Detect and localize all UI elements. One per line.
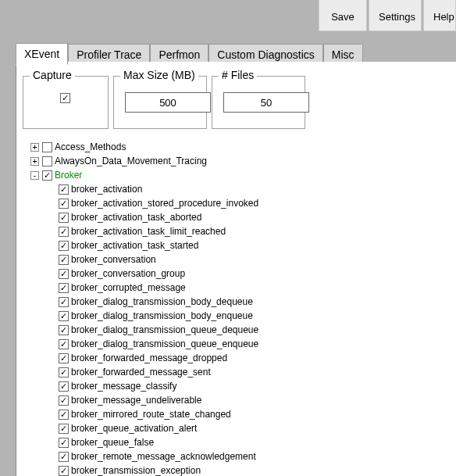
tree-label: broker_message_classify	[71, 381, 176, 392]
tree-label: AlwaysOn_Data_Movement_Tracing	[55, 156, 207, 166]
tree-node-broker[interactable]: - Broker	[27, 168, 450, 182]
files-group: # Files	[212, 76, 305, 129]
tree-node-child[interactable]: broker_dialog_transmission_queue_dequeue	[27, 323, 450, 337]
tree-label: broker_dialog_transmission_queue_dequeue	[71, 324, 258, 335]
tree-checkbox[interactable]	[59, 339, 69, 349]
tree-node-child[interactable]: broker_corrupted_message	[27, 281, 450, 295]
tree-label: broker_queue_false	[71, 437, 154, 448]
tree-checkbox[interactable]	[59, 367, 69, 378]
tree-label: Access_Methods	[55, 141, 126, 152]
tree-checkbox[interactable]	[59, 424, 69, 434]
tree-label: broker_activation_task_limit_reached	[71, 226, 226, 237]
tree-checkbox[interactable]	[59, 381, 69, 392]
tree-checkbox[interactable]	[59, 297, 69, 307]
tree-checkbox[interactable]	[59, 353, 69, 363]
tree-label: broker_conversation	[71, 254, 156, 265]
tree-label: broker_corrupted_message	[71, 282, 186, 293]
tree-label: broker_dialog_transmission_body_dequeue	[71, 296, 253, 307]
max-size-group: Max Size (MB)	[113, 76, 207, 129]
tree-node-child[interactable]: broker_activation_task_limit_reached	[27, 224, 450, 238]
capture-checkbox[interactable]	[60, 93, 70, 103]
files-label: # Files	[219, 69, 257, 81]
tree-label: broker_conversation_group	[71, 268, 185, 279]
tree-node-child[interactable]: broker_conversation	[27, 252, 450, 267]
tree-label: broker_activation_stored_procedure_invok…	[71, 198, 258, 209]
tree-checkbox[interactable]	[59, 311, 69, 321]
tree-checkbox[interactable]	[59, 241, 69, 251]
collapse-icon[interactable]: -	[30, 171, 39, 180]
tree-label: broker_forwarded_message_sent	[71, 367, 211, 378]
tree-checkbox[interactable]	[59, 255, 69, 265]
tree-node-child[interactable]: broker_forwarded_message_dropped	[27, 351, 450, 365]
tree-checkbox[interactable]	[42, 156, 52, 166]
tree-node-child[interactable]: broker_transmission_exception	[27, 463, 450, 476]
tree-label: broker_forwarded_message_dropped	[71, 353, 227, 363]
tree-label: broker_mirrored_route_state_changed	[71, 409, 231, 420]
tree-label: broker_activation_task_aborted	[71, 212, 201, 223]
expand-icon[interactable]: +	[30, 143, 39, 152]
tree-node-child[interactable]: broker_message_undeliverable	[27, 393, 450, 407]
tree-node-child[interactable]: broker_mirrored_route_state_changed	[27, 407, 450, 421]
tree-node-child[interactable]: broker_dialog_transmission_body_enqueue	[27, 309, 450, 323]
tree-node-child[interactable]: broker_activation_task_aborted	[27, 210, 450, 224]
tree-checkbox[interactable]	[59, 269, 69, 279]
tree-label: broker_queue_activation_alert	[71, 423, 197, 434]
tree-checkbox[interactable]	[59, 410, 69, 420]
tree-checkbox[interactable]	[59, 466, 69, 476]
tree-label: broker_message_undeliverable	[71, 395, 201, 406]
max-size-input[interactable]	[125, 92, 211, 113]
tree-node-alwayson[interactable]: + AlwaysOn_Data_Movement_Tracing	[27, 154, 450, 168]
tree-node-child[interactable]: broker_activation_stored_procedure_invok…	[27, 196, 450, 210]
capture-group: Capture	[23, 76, 109, 129]
tree-label: broker_remote_message_acknowledgement	[71, 451, 256, 462]
tree-node-child[interactable]: broker_dialog_transmission_body_dequeue	[27, 295, 450, 309]
tree-checkbox[interactable]	[59, 325, 69, 335]
capture-label: Capture	[30, 69, 75, 81]
tree-node-access-methods[interactable]: + Access_Methods	[27, 140, 450, 154]
tree-node-child[interactable]: broker_remote_message_acknowledgement	[27, 449, 450, 463]
tree-node-child[interactable]: broker_message_classify	[27, 379, 450, 393]
settings-button[interactable]: Settings	[369, 0, 422, 31]
tree-checkbox[interactable]	[59, 395, 69, 406]
tree-label: broker_dialog_transmission_body_enqueue	[71, 310, 253, 321]
tree-checkbox[interactable]	[59, 438, 69, 448]
tree-node-child[interactable]: broker_forwarded_message_sent	[27, 365, 450, 379]
tree-checkbox[interactable]	[59, 199, 69, 209]
tree-label: Broker	[55, 170, 82, 181]
tree-node-child[interactable]: broker_conversation_group	[27, 267, 450, 281]
tree-label: broker_dialog_transmission_queue_enqueue	[71, 338, 258, 349]
save-button[interactable]: Save	[319, 0, 367, 31]
tree-checkbox[interactable]	[42, 170, 52, 181]
tree-node-child[interactable]: broker_queue_activation_alert	[27, 421, 450, 435]
tab-xevent[interactable]: XEvent	[16, 43, 68, 65]
tree-checkbox[interactable]	[59, 227, 69, 237]
tree-node-child[interactable]: broker_activation_task_started	[27, 238, 450, 252]
max-size-label: Max Size (MB)	[120, 69, 198, 81]
xevent-panel: Capture Max Size (MB) # Files + Access_M…	[16, 62, 456, 476]
tree-checkbox[interactable]	[59, 184, 69, 195]
expand-icon[interactable]: +	[30, 157, 39, 166]
tree-checkbox[interactable]	[59, 283, 69, 293]
tree-checkbox[interactable]	[42, 142, 52, 152]
tree-label: broker_activation_task_started	[71, 240, 198, 251]
files-input[interactable]	[223, 92, 309, 113]
tree-label: broker_transmission_exception	[71, 465, 201, 476]
help-button[interactable]: Help	[423, 0, 456, 31]
tree-node-child[interactable]: broker_dialog_transmission_queue_enqueue	[27, 337, 450, 351]
event-tree[interactable]: + Access_Methods + AlwaysOn_Data_Movemen…	[27, 140, 450, 476]
tree-checkbox[interactable]	[59, 452, 69, 462]
tree-node-child[interactable]: broker_queue_false	[27, 435, 450, 449]
tree-node-child[interactable]: broker_activation	[27, 182, 450, 196]
tree-checkbox[interactable]	[59, 213, 69, 223]
tree-label: broker_activation	[71, 184, 142, 195]
